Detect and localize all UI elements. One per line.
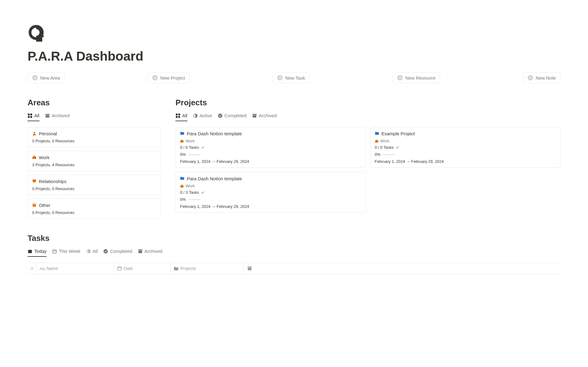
tab-completed[interactable]: Completed bbox=[103, 249, 132, 257]
new-note-button[interactable]: + New Note bbox=[523, 72, 560, 83]
tab-all[interactable]: All bbox=[86, 249, 98, 257]
svg-rect-37 bbox=[88, 252, 90, 253]
new-task-button[interactable]: + New Task bbox=[273, 72, 310, 83]
archive-icon bbox=[247, 266, 252, 271]
area-meta: 0 Projects, 0 Resources bbox=[32, 186, 156, 191]
area-card[interactable]: Work 3 Projects, 4 Resources bbox=[28, 151, 161, 171]
briefcase-icon bbox=[180, 184, 184, 188]
check-circle-icon bbox=[103, 249, 108, 254]
box-icon bbox=[32, 203, 36, 208]
archive-icon bbox=[45, 113, 50, 118]
new-area-button[interactable]: + New Area bbox=[28, 72, 65, 83]
check-icon bbox=[201, 146, 205, 149]
tab-all[interactable]: All bbox=[28, 113, 40, 121]
area-card[interactable]: Personal 0 Projects, 0 Resources bbox=[28, 127, 161, 147]
areas-heading: Areas bbox=[28, 98, 161, 107]
tab-all-label: All bbox=[182, 113, 187, 118]
svg-rect-44 bbox=[247, 267, 252, 268]
project-name: Para Dash Notion template bbox=[187, 131, 242, 136]
svg-rect-2 bbox=[28, 114, 30, 115]
svg-rect-45 bbox=[248, 268, 251, 270]
column-name-label: Name bbox=[47, 266, 58, 271]
svg-rect-26 bbox=[180, 185, 184, 187]
project-area: Work bbox=[186, 184, 195, 188]
svg-rect-13 bbox=[176, 114, 178, 115]
column-date[interactable]: Date bbox=[114, 263, 171, 274]
new-project-label: New Project bbox=[160, 75, 185, 81]
svg-rect-21 bbox=[181, 140, 183, 140]
project-area: Work bbox=[380, 139, 390, 143]
calendar-week-icon bbox=[52, 249, 57, 254]
svg-rect-35 bbox=[88, 251, 90, 252]
progress-bar bbox=[383, 154, 395, 155]
project-card[interactable]: Para Dash Notion template Work 0 / 0 Tas… bbox=[175, 127, 366, 168]
area-meta: 3 Projects, 4 Resources bbox=[32, 163, 156, 167]
svg-rect-19 bbox=[252, 114, 257, 115]
folder-icon bbox=[180, 131, 184, 136]
area-meta: 0 Projects, 0 Resources bbox=[32, 210, 156, 215]
page-icon bbox=[28, 24, 46, 43]
project-progress: 0% bbox=[375, 152, 381, 157]
tab-archived[interactable]: Archived bbox=[45, 113, 70, 121]
svg-rect-23 bbox=[376, 140, 377, 140]
project-name: Para Dash Notion template bbox=[187, 176, 242, 181]
project-tasks: 0 / 3 Tasks bbox=[180, 190, 199, 195]
project-progress: 0% bbox=[180, 152, 186, 157]
tab-all[interactable]: All bbox=[175, 113, 187, 121]
project-area: Work bbox=[186, 139, 195, 143]
new-project-button[interactable]: + New Project bbox=[148, 72, 190, 83]
plus-icon: + bbox=[152, 75, 158, 81]
svg-rect-42 bbox=[118, 267, 121, 270]
svg-point-32 bbox=[87, 250, 87, 250]
svg-rect-9 bbox=[33, 155, 35, 156]
project-card[interactable]: Example Project Work 0 / 0 Tasks 0% Febr… bbox=[370, 127, 561, 168]
plus-icon: + bbox=[528, 75, 533, 81]
tab-today[interactable]: Today bbox=[28, 249, 47, 257]
tab-completed[interactable]: Completed bbox=[218, 113, 247, 121]
gallery-icon bbox=[28, 113, 32, 118]
tab-today-label: Today bbox=[34, 249, 47, 254]
tab-archived-label: Archived bbox=[145, 249, 162, 254]
new-resource-button[interactable]: + New Resource bbox=[393, 72, 440, 83]
tab-archived[interactable]: Archived bbox=[252, 113, 277, 121]
column-name[interactable]: Aa Name bbox=[37, 263, 114, 274]
svg-rect-6 bbox=[45, 114, 50, 115]
svg-rect-33 bbox=[88, 250, 90, 250]
person-icon bbox=[32, 131, 36, 136]
tab-archived[interactable]: Archived bbox=[138, 249, 162, 257]
area-name: Relationships bbox=[39, 179, 66, 184]
tab-active[interactable]: Active bbox=[193, 113, 212, 121]
tab-this-week[interactable]: This Week bbox=[52, 249, 81, 257]
column-checkbox[interactable] bbox=[28, 263, 37, 274]
svg-rect-4 bbox=[28, 116, 30, 118]
area-name: Personal bbox=[39, 131, 57, 136]
projects-section: Projects All Active Completed bbox=[175, 98, 560, 219]
svg-rect-16 bbox=[178, 116, 180, 118]
areas-section: Areas All Archived bbox=[28, 98, 161, 219]
folder-icon bbox=[180, 176, 184, 181]
briefcase-icon bbox=[32, 155, 36, 160]
svg-rect-20 bbox=[253, 115, 256, 118]
list-icon bbox=[86, 249, 91, 254]
svg-rect-39 bbox=[138, 249, 142, 250]
check-circle-icon bbox=[218, 113, 223, 118]
area-card[interactable]: Other 0 Projects, 0 Resources bbox=[28, 199, 161, 219]
svg-rect-10 bbox=[32, 156, 36, 159]
briefcase-icon bbox=[375, 139, 379, 143]
svg-rect-22 bbox=[180, 140, 184, 142]
column-archive[interactable] bbox=[244, 263, 560, 274]
new-area-label: New Area bbox=[40, 75, 60, 81]
project-card[interactable]: Para Dash Notion template Work 0 / 3 Tas… bbox=[175, 172, 366, 213]
check-icon bbox=[201, 191, 205, 194]
progress-bar bbox=[188, 154, 201, 155]
column-projects[interactable]: Projects bbox=[171, 263, 244, 274]
tab-all-label: All bbox=[34, 113, 40, 118]
moon-icon bbox=[193, 113, 198, 118]
folder-icon bbox=[375, 131, 379, 136]
projects-tabs: All Active Completed Archived bbox=[175, 113, 560, 122]
folder-icon bbox=[174, 266, 179, 271]
svg-rect-12 bbox=[33, 205, 36, 207]
area-card[interactable]: Relationships 0 Projects, 0 Resources bbox=[28, 175, 161, 195]
area-name: Work bbox=[39, 155, 50, 160]
checkbox-icon bbox=[31, 266, 33, 271]
